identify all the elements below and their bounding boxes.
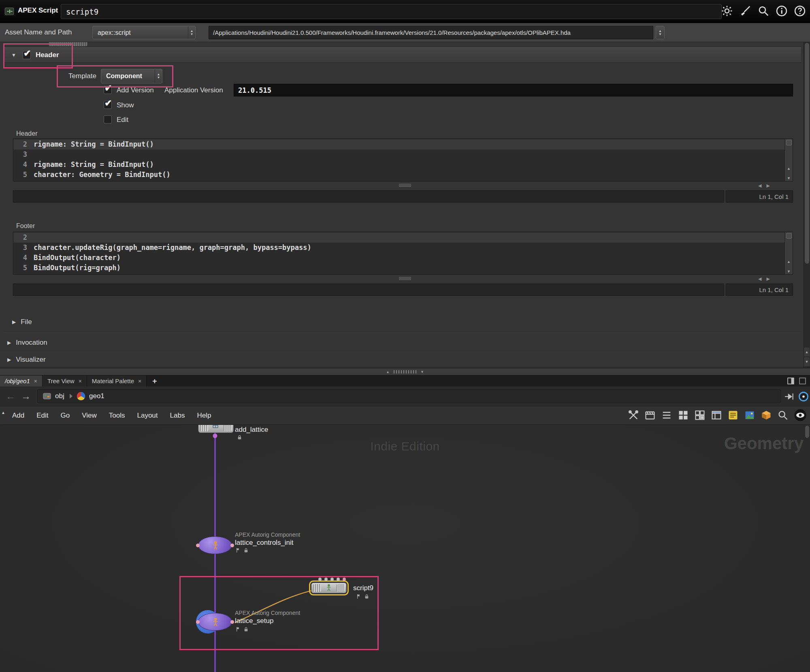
scroll-up-icon[interactable]: ▲: [787, 166, 791, 171]
visibility-eye-icon[interactable]: [794, 409, 807, 422]
input-connector[interactable]: [337, 578, 340, 581]
asset-name-spinner[interactable]: ▲ ▼: [188, 26, 195, 39]
pane-split-icon[interactable]: [787, 378, 794, 384]
header-code-editor[interactable]: 2rigname: String = BindInput() 3 4rignam…: [13, 139, 793, 181]
node-body[interactable]: [198, 536, 232, 554]
param-scrollbar[interactable]: [804, 42, 810, 368]
list-icon[interactable]: [661, 410, 672, 421]
scroll-down-icon[interactable]: ▼: [787, 269, 791, 273]
application-version-field[interactable]: 21.0.515: [234, 84, 793, 96]
scroll-down-button[interactable]: ▼: [804, 357, 810, 366]
node-script9[interactable]: [311, 582, 347, 593]
add-version-checkbox[interactable]: ✔: [104, 86, 112, 94]
collapse-triangle-icon[interactable]: ▶: [12, 319, 16, 325]
menu-add[interactable]: Add: [12, 412, 24, 420]
node-label[interactable]: lattice_controls_init: [235, 539, 294, 547]
menu-layout[interactable]: Layout: [137, 412, 158, 420]
pane-expand-arrow-icon[interactable]: ▲: [1, 410, 5, 415]
header-code-lines[interactable]: 2rigname: String = BindInput() 3 4rignam…: [13, 139, 784, 181]
node-name-input[interactable]: [61, 4, 722, 19]
header-editor-command-field[interactable]: [13, 190, 724, 203]
menu-go[interactable]: Go: [61, 412, 70, 420]
info-icon[interactable]: [776, 5, 788, 17]
input-connector[interactable]: [330, 578, 334, 581]
breadcrumb-geo1[interactable]: geo1: [89, 389, 104, 403]
menu-labs[interactable]: Labs: [170, 412, 185, 420]
breadcrumb-obj[interactable]: obj: [55, 389, 64, 403]
output-connector[interactable]: [230, 620, 234, 624]
tools-icon[interactable]: [628, 410, 639, 421]
footer-editor-command-field[interactable]: [13, 284, 724, 296]
template-spinner[interactable]: ▲ ▼: [155, 69, 162, 83]
footer-code-editor[interactable]: 2 3character.updateRig(graph_name=rignam…: [13, 232, 793, 275]
scroll-down-icon[interactable]: ▼: [787, 176, 791, 180]
assets-box-icon[interactable]: [761, 410, 772, 421]
input-connector[interactable]: [318, 578, 322, 581]
menu-view[interactable]: View: [82, 412, 97, 420]
scroll-up-button[interactable]: ▲: [804, 348, 810, 356]
notes-icon[interactable]: [727, 410, 739, 421]
canvas-scrollbar-thumb[interactable]: [805, 426, 809, 438]
footer-editor-scrollbar[interactable]: ▲ ▼: [784, 232, 793, 274]
tab-tree-view[interactable]: Tree View ×: [43, 375, 87, 386]
new-tab-button[interactable]: +: [147, 375, 162, 386]
param-scrollbar-thumb[interactable]: [805, 43, 809, 264]
pin-icon[interactable]: [784, 391, 795, 402]
collapse-triangle-icon[interactable]: ▼: [11, 52, 16, 58]
scroll-up-icon[interactable]: ▲: [787, 260, 791, 264]
input-connector[interactable]: [196, 620, 200, 624]
close-icon[interactable]: ×: [34, 378, 37, 384]
node-body[interactable]: [198, 613, 232, 631]
input-connector[interactable]: [343, 578, 346, 581]
node-lattice-setup[interactable]: [198, 613, 232, 631]
zoom-icon[interactable]: [777, 410, 789, 421]
footer-editor-resize-grip[interactable]: [399, 277, 411, 280]
pane-maximize-icon[interactable]: [799, 378, 806, 384]
menu-help[interactable]: Help: [197, 412, 211, 420]
splitter-down-icon[interactable]: ▼: [420, 370, 424, 374]
tab-obj-geo1[interactable]: /obj/geo1 ×: [0, 375, 43, 386]
image-icon[interactable]: [744, 410, 755, 421]
footer-code-lines[interactable]: 2 3character.updateRig(graph_name=rignam…: [13, 232, 784, 274]
template-dropdown[interactable]: Component ▲ ▼: [101, 69, 162, 83]
settings-gear-icon[interactable]: [721, 5, 733, 17]
collapse-triangle-icon[interactable]: ▶: [7, 340, 11, 346]
node-label[interactable]: lattice_setup: [235, 617, 273, 625]
splitter-up-icon[interactable]: ▲: [386, 370, 390, 374]
pane-splitter[interactable]: ▲ ▼: [0, 368, 810, 375]
node-lattice-controls-init[interactable]: [198, 536, 232, 554]
section-visualizer[interactable]: ▶ Visualizer: [7, 354, 46, 365]
asset-path-field[interactable]: /Applications/Houdini/Houdini21.0.500/Fr…: [209, 26, 653, 39]
grid-icon[interactable]: [678, 410, 689, 421]
asset-name-dropdown[interactable]: apex::script ▲ ▼: [92, 26, 196, 39]
close-icon[interactable]: ×: [138, 378, 141, 384]
header-editor-scrollbar[interactable]: ▲ ▼: [784, 139, 793, 181]
header-section-checkbox[interactable]: ✔: [23, 51, 31, 59]
output-connector[interactable]: [230, 544, 234, 547]
panel-window-icon[interactable]: [711, 410, 722, 421]
layout-grid-icon[interactable]: [694, 410, 706, 421]
menu-edit[interactable]: Edit: [36, 412, 48, 420]
node-label[interactable]: add_lattice: [235, 426, 268, 434]
footer-editor-hscroll[interactable]: ◀▶: [758, 276, 775, 282]
help-icon[interactable]: [794, 5, 806, 17]
edit-checkbox[interactable]: [104, 115, 112, 124]
forward-button[interactable]: →: [21, 389, 31, 403]
section-invocation[interactable]: ▶ Invocation: [7, 337, 47, 348]
menu-tools[interactable]: Tools: [109, 412, 125, 420]
node-label[interactable]: script9: [353, 584, 373, 592]
close-icon[interactable]: ×: [79, 378, 82, 384]
back-button[interactable]: ←: [6, 389, 15, 403]
collapse-triangle-icon[interactable]: ▶: [7, 357, 11, 363]
brush-icon[interactable]: [739, 5, 751, 17]
splitter-handle[interactable]: [394, 370, 416, 373]
input-connector[interactable]: [324, 578, 328, 581]
clapperboard-icon[interactable]: [644, 410, 656, 421]
asset-path-spinner[interactable]: ▲ ▼: [656, 26, 665, 39]
search-icon[interactable]: [757, 5, 770, 17]
node-add-lattice[interactable]: [198, 425, 234, 433]
section-file[interactable]: ▶ File: [12, 317, 32, 327]
editor-expand-button[interactable]: [786, 140, 792, 145]
network-editor-canvas[interactable]: Indie Edition Geometry add_lattice: [0, 425, 810, 672]
header-editor-hscroll[interactable]: ◀▶: [758, 183, 775, 188]
